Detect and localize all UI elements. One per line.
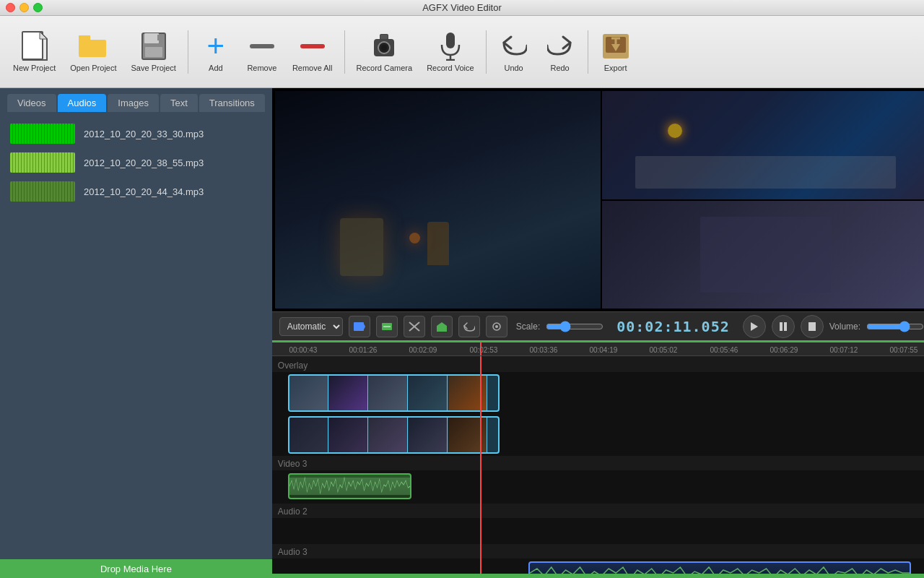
add-icon: + bbox=[201, 32, 230, 61]
audio3-clip[interactable] bbox=[528, 561, 911, 574]
media-tabs: Videos Audios Images Text Transitions bbox=[0, 88, 272, 112]
overlay-track-clips-top bbox=[272, 372, 924, 414]
svg-rect-38 bbox=[289, 475, 410, 498]
svg-rect-3 bbox=[79, 35, 90, 43]
save-project-button[interactable]: Save Project bbox=[126, 27, 182, 77]
drop-zone[interactable]: Drop Media Here bbox=[0, 559, 272, 578]
tab-videos[interactable]: Videos bbox=[7, 94, 56, 112]
open-project-label: Open Project bbox=[70, 64, 116, 72]
timeline-controls: Automatic bbox=[272, 311, 924, 340]
ruler-mark: 00:01:26 bbox=[349, 346, 377, 354]
snap-btn[interactable] bbox=[486, 316, 507, 337]
tab-images[interactable]: Images bbox=[108, 94, 159, 112]
minimize-button[interactable] bbox=[19, 3, 29, 12]
cut-tool-btn[interactable] bbox=[404, 316, 425, 337]
zoom-btn[interactable] bbox=[431, 316, 453, 337]
list-item[interactable]: 2012_10_20_20_38_55.mp3 bbox=[7, 148, 265, 177]
ruler-mark: 00:05:02 bbox=[649, 346, 677, 354]
audio-waveform-2 bbox=[10, 152, 75, 173]
volume-slider[interactable] bbox=[866, 321, 924, 332]
volume-label: Volume: bbox=[829, 322, 860, 332]
audio2-track-clips bbox=[272, 518, 924, 544]
svg-point-12 bbox=[381, 45, 387, 51]
tab-transitions[interactable]: Transitions bbox=[199, 94, 265, 112]
remove-icon bbox=[248, 32, 276, 61]
media-list: 2012_10_20_20_33_30.mp3 2012_10_20_20_38… bbox=[0, 112, 272, 559]
close-button[interactable] bbox=[6, 3, 15, 12]
video-track-btn[interactable] bbox=[349, 316, 370, 337]
open-project-button[interactable]: Open Project bbox=[64, 27, 122, 77]
timeline-tracks: Overlay bbox=[272, 356, 924, 574]
filename-3: 2012_10_20_20_44_34.mp3 bbox=[84, 186, 204, 197]
stop-button[interactable] bbox=[801, 315, 824, 338]
record-voice-label: Record Voice bbox=[427, 64, 474, 72]
scale-label: Scale: bbox=[516, 322, 540, 332]
svg-rect-9 bbox=[300, 44, 325, 48]
record-camera-button[interactable]: Record Camera bbox=[351, 27, 419, 77]
camera-icon bbox=[370, 32, 398, 61]
main-area: Videos Audios Images Text Transitions 20… bbox=[0, 88, 924, 578]
audio-waveform-3 bbox=[10, 181, 75, 202]
undo-button[interactable]: Undo bbox=[492, 27, 536, 77]
svg-rect-14 bbox=[380, 35, 388, 39]
audio3-track-label: Audio 3 bbox=[272, 544, 924, 558]
svg-rect-23 bbox=[354, 322, 364, 331]
ruler-mark: 00:04:19 bbox=[589, 346, 617, 354]
remove-all-button[interactable]: Remove All bbox=[287, 27, 339, 77]
overlay-clip-1[interactable] bbox=[288, 374, 500, 412]
svg-rect-8 bbox=[250, 44, 274, 48]
preview-main bbox=[275, 91, 601, 309]
ruler-mark: 00:07:12 bbox=[829, 346, 858, 354]
record-voice-button[interactable]: Record Voice bbox=[421, 27, 479, 77]
preview-area bbox=[272, 88, 924, 311]
audio3-track-clips bbox=[272, 558, 924, 574]
new-project-label: New Project bbox=[13, 64, 56, 72]
separator-3 bbox=[486, 30, 487, 74]
remove-button[interactable]: Remove bbox=[240, 27, 284, 77]
export-button[interactable]: Export bbox=[594, 27, 637, 77]
redo-button[interactable]: Redo bbox=[539, 27, 582, 77]
tab-audios[interactable]: Audios bbox=[58, 94, 107, 112]
add-button[interactable]: + Add bbox=[194, 27, 237, 77]
overlay-track-label: Overlay bbox=[272, 356, 924, 372]
overlay-track-clips-bottom bbox=[272, 414, 924, 456]
audio-track-btn[interactable] bbox=[376, 316, 398, 337]
remove-all-icon bbox=[298, 32, 327, 61]
audio-clip-main[interactable] bbox=[288, 473, 411, 499]
open-project-icon bbox=[79, 32, 108, 61]
svg-rect-6 bbox=[145, 47, 162, 57]
separator-4 bbox=[588, 30, 588, 74]
video3-track-label: Video 3 bbox=[272, 456, 924, 470]
microphone-icon bbox=[436, 32, 465, 61]
tab-text[interactable]: Text bbox=[160, 94, 198, 112]
remove-all-label: Remove All bbox=[292, 64, 333, 72]
svg-rect-34 bbox=[784, 322, 787, 331]
progress-bar-bottom bbox=[272, 574, 924, 578]
redo-label: Redo bbox=[550, 64, 569, 72]
record-camera-label: Record Camera bbox=[357, 64, 413, 72]
new-project-button[interactable]: New Project bbox=[7, 27, 61, 77]
undo-label: Undo bbox=[504, 64, 523, 72]
export-label: Export bbox=[604, 64, 627, 72]
ruler-mark: 00:05:46 bbox=[710, 346, 738, 354]
play-button[interactable] bbox=[743, 315, 766, 338]
pause-button[interactable] bbox=[772, 315, 795, 338]
separator-1 bbox=[188, 30, 188, 74]
svg-point-31 bbox=[495, 325, 498, 328]
filename-2: 2012_10_20_20_38_55.mp3 bbox=[84, 158, 204, 168]
list-item[interactable]: 2012_10_20_20_44_34.mp3 bbox=[7, 177, 265, 206]
overlay-clip-2[interactable] bbox=[288, 416, 500, 454]
window-controls[interactable] bbox=[6, 3, 43, 12]
svg-marker-29 bbox=[437, 322, 447, 332]
preview-top-right bbox=[602, 91, 924, 199]
toolbar: New Project Open Project Save Project + bbox=[0, 16, 924, 88]
scale-slider[interactable] bbox=[546, 321, 603, 332]
svg-rect-5 bbox=[144, 33, 159, 43]
ruler-mark: 00:02:53 bbox=[469, 346, 497, 354]
ruler-mark: 00:06:29 bbox=[770, 346, 798, 354]
timeline-mode-dropdown[interactable]: Automatic bbox=[279, 317, 343, 336]
left-panel: Videos Audios Images Text Transitions 20… bbox=[0, 88, 272, 578]
maximize-button[interactable] bbox=[33, 3, 43, 12]
list-item[interactable]: 2012_10_20_20_33_30.mp3 bbox=[7, 119, 265, 148]
undo-tl-btn[interactable] bbox=[458, 316, 480, 337]
